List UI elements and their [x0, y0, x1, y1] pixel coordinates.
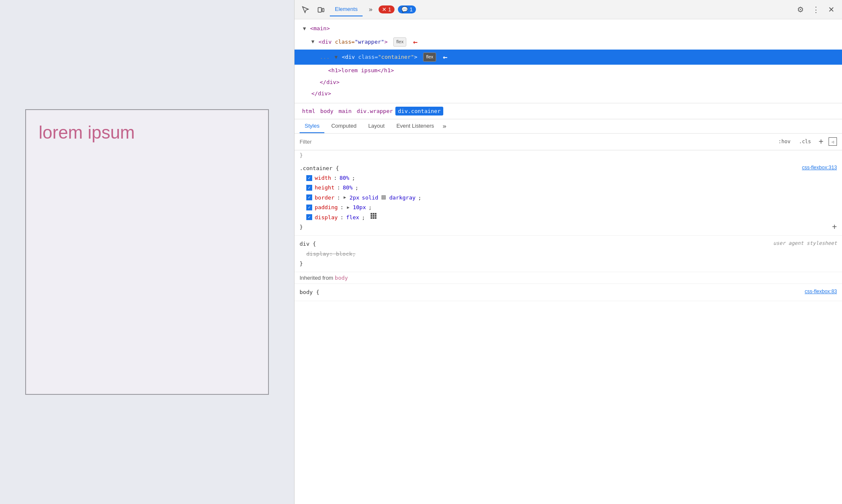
border-expand-arrow[interactable]: ▶ [344, 194, 346, 201]
flex-grid-icon[interactable] [370, 213, 377, 222]
devtools-toolbar: Elements » ✕ 1 💬 1 ⚙ ⋮ ✕ [295, 0, 842, 19]
padding-checkbox[interactable]: ✓ [306, 205, 312, 210]
breadcrumb-body[interactable]: body [318, 107, 336, 116]
breadcrumb-container[interactable]: div.container [395, 107, 443, 116]
display-checkbox[interactable]: ✓ [306, 214, 312, 220]
svg-rect-5 [371, 215, 372, 217]
div-rule-close-brace: } [300, 260, 303, 267]
styles-more-tabs-icon[interactable]: » [441, 121, 448, 132]
tab-computed[interactable]: Computed [326, 119, 361, 133]
height-prop-value[interactable]: 80% [343, 183, 353, 192]
more-options-button[interactable]: ⋮ [810, 3, 822, 16]
tree-arrow-container: ▼ [334, 54, 337, 60]
h1-tag-text: <h1>lorem ipsum</h1> [328, 67, 394, 74]
container-rule-header: css-flexbox:313 .container { [300, 163, 837, 173]
display-colon: : [340, 213, 344, 222]
partial-rule-indicator: } [295, 150, 842, 160]
width-checkbox[interactable]: ✓ [306, 175, 312, 181]
html-tree: ▼ <main> ▼ <div class="wrapper"> flex ← … [295, 19, 842, 103]
filter-input[interactable] [300, 139, 773, 145]
wrapper-close-bracket: > [384, 38, 388, 45]
wrapper-tag-text: <div [318, 38, 335, 45]
breadcrumb-wrapper[interactable]: div.wrapper [354, 107, 395, 116]
display-ua-property-line: display: block; [300, 249, 837, 259]
svg-rect-3 [373, 213, 374, 215]
border-prop-name: border [315, 193, 334, 202]
div-user-agent-rule: user agent stylesheet div { display: blo… [295, 236, 842, 272]
width-colon: : [334, 173, 337, 183]
settings-button[interactable]: ⚙ [795, 3, 806, 16]
container-css-source-link[interactable]: css-flexbox:313 [802, 163, 837, 173]
device-toolbar-button[interactable] [315, 4, 326, 16]
padding-expand-arrow[interactable]: ▶ [347, 204, 350, 211]
cls-button[interactable]: .cls [796, 138, 813, 145]
more-tabs-icon[interactable]: » [366, 4, 375, 15]
inspect-element-button[interactable] [300, 4, 311, 16]
display-property-line: ✓ display : flex ; [300, 213, 837, 222]
wrapper-flex-badge[interactable]: flex [393, 37, 406, 47]
height-semicolon: ; [355, 183, 358, 192]
container-flex-badge[interactable]: flex [423, 52, 436, 62]
display-semicolon: ; [362, 213, 365, 222]
div-close-text2: </div> [311, 90, 331, 97]
dots-prefix: ... [320, 54, 329, 60]
width-prop-value[interactable]: 80% [339, 173, 349, 183]
webpage-preview: lorem ipsum [0, 0, 294, 504]
inherited-element[interactable]: body [335, 275, 348, 281]
div-rule-header: user agent stylesheet div { [300, 239, 837, 249]
border-property-line: ✓ border : ▶ 2px solid darkgray ; [300, 193, 837, 202]
tab-event-listeners[interactable]: Event Listeners [391, 119, 439, 133]
padding-prop-value[interactable]: 10px [353, 202, 366, 212]
error-count: 1 [388, 6, 391, 13]
tab-elements[interactable]: Elements [330, 3, 363, 16]
wrapper-attr-class: class= [335, 38, 355, 45]
tree-div-close2[interactable]: </div> [295, 88, 842, 99]
add-style-button[interactable]: + [817, 136, 825, 147]
hov-button[interactable]: :hov [776, 138, 793, 145]
svg-rect-0 [318, 8, 321, 12]
breadcrumb-html[interactable]: html [300, 107, 318, 116]
tree-main-tag[interactable]: ▼ <main> [295, 23, 842, 34]
container-attr-class: class= [358, 54, 378, 60]
tree-arrow-wrapper: ▼ [311, 39, 314, 45]
border-checkbox[interactable]: ✓ [306, 194, 312, 200]
error-badge[interactable]: ✕ 1 [379, 5, 395, 13]
border-prop-value-color[interactable]: darkgray [389, 193, 416, 202]
add-property-button[interactable]: + [832, 222, 837, 232]
tree-container-tag[interactable]: ... ▼ <div class="container"> flex ← [295, 50, 842, 65]
devtools-panel: Elements » ✕ 1 💬 1 ⚙ ⋮ ✕ ▼ <main> ▼ <div… [294, 0, 842, 504]
height-checkbox[interactable]: ✓ [306, 185, 312, 191]
svg-rect-2 [371, 213, 372, 215]
border-colon: : [337, 193, 340, 202]
tab-styles[interactable]: Styles [300, 119, 324, 133]
rule-close-line: } + [300, 222, 837, 232]
padding-colon: : [340, 202, 344, 212]
filter-bar: :hov .cls + ◁ [295, 134, 842, 150]
breadcrumb-main[interactable]: main [336, 107, 354, 116]
force-styles-icon[interactable]: ◁ [829, 137, 837, 146]
close-devtools-button[interactable]: ✕ [826, 3, 837, 16]
info-badge[interactable]: 💬 1 [398, 5, 416, 13]
tree-h1-tag[interactable]: <h1>lorem ipsum</h1> [295, 65, 842, 76]
border-color-swatch[interactable] [382, 195, 386, 200]
container-selector: .container { [300, 165, 339, 171]
width-property-line: ✓ width : 80% ; [300, 173, 837, 183]
body-css-source-link[interactable]: css-flexbox:83 [805, 287, 837, 297]
border-prop-value-px[interactable]: 2px [350, 193, 359, 202]
tree-wrapper-tag[interactable]: ▼ <div class="wrapper"> flex ← [295, 34, 842, 50]
body-selector: body { [300, 289, 319, 295]
svg-rect-8 [371, 217, 372, 219]
padding-property-line: ✓ padding : ▶ 10px ; [300, 202, 837, 212]
device-icon [317, 6, 324, 13]
div-selector: div { [300, 241, 316, 247]
tree-div-close[interactable]: </div> [295, 76, 842, 88]
tab-layout[interactable]: Layout [363, 119, 389, 133]
error-x-icon: ✕ [382, 6, 387, 13]
container-arrow-indicator: ← [443, 50, 447, 64]
wrapper-arrow-indicator: ← [413, 35, 418, 49]
width-prop-name: width [315, 173, 331, 183]
display-prop-value[interactable]: flex [346, 213, 359, 222]
display-prop-name: display [315, 213, 338, 222]
border-prop-value-solid[interactable]: solid [362, 193, 378, 202]
body-partial-rule: css-flexbox:83 body { [295, 284, 842, 301]
